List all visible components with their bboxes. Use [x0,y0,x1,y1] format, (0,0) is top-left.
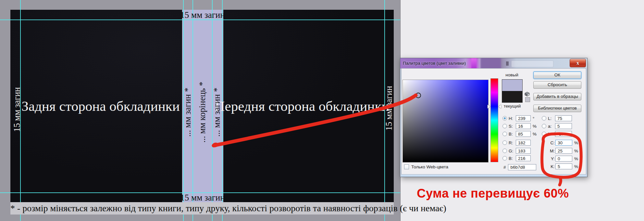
spine-fold-right-label: ... мм загин * [212,88,222,137]
color-field[interactable] [402,80,489,162]
top-fold-label: 15 мм загин [180,10,225,20]
close-icon: x [576,60,579,66]
back-cover-title: Задня сторона обкладинки [21,98,180,114]
color-picker-dialog: Палитра цветов (цвет заливки) x новый те… [400,58,588,177]
spine-width-label: ... мм корінець * [197,82,207,143]
add-to-swatches-button[interactable]: Добавить в образцы [533,93,581,100]
field-unit: % [574,149,578,153]
ghost-window-artifact [511,60,553,67]
radio-h[interactable] [502,116,507,121]
field-row-h: H: 239 ° [502,115,534,121]
s-field[interactable]: 16 [516,123,531,129]
glass-artifact [506,61,509,66]
lab-b-field[interactable]: -17 [555,131,572,137]
dialog-title: Палитра цветов (цвет заливки) [403,58,466,69]
radio-l[interactable] [542,116,546,121]
k-field[interactable]: 5 [555,163,572,169]
radio-r[interactable] [502,140,507,145]
g-field[interactable]: 183 [516,148,531,154]
new-current-swatch [502,79,523,103]
annotation-note: Сума не перевищує 60% [417,187,569,201]
field-label: L: [548,116,555,121]
radio-b2[interactable] [502,156,507,161]
hue-slider-arrow-left[interactable] [488,105,490,109]
field-unit: ° [533,116,534,121]
field-label: Y: [549,156,555,161]
web-only-row: Только Web-цвета [404,164,448,170]
glass-artifact [471,58,477,69]
field-label: H: [509,116,516,121]
field-label: S: [509,124,516,129]
field-unit: % [574,164,578,169]
document-workspace: 15 мм загин 15 мм загин 15 мм загин 15 м… [0,0,401,221]
field-unit: % [574,140,578,145]
new-color-label: новый [497,72,526,77]
field-label: G: [509,149,516,153]
field-row-g: G: 183 [502,148,531,154]
field-label: M: [549,149,555,153]
reset-button[interactable]: Сбросить [533,81,581,89]
current-color-swatch [502,91,522,102]
field-unit: % [533,132,537,136]
hex-row: # b6b7d8 [503,164,536,170]
field-row-l: L: 75 [542,115,572,121]
field-label: b: [548,132,555,136]
field-label: R: [509,140,516,145]
field-row-y: Y: 0 % [549,156,578,162]
hue-slider[interactable] [490,78,498,162]
spine-fold-left-label: ... мм загин * [183,88,193,137]
field-row-a: a: 5 [542,123,572,129]
field-label: B: [509,132,516,136]
web-only-checkbox[interactable] [404,164,409,169]
footnote-text: * - розмір міняється залежно від типу кн… [10,202,394,214]
field-unit: % [574,156,578,161]
radio-s[interactable] [502,124,507,128]
field-row-lab-b: b: -17 [542,131,572,137]
l-field[interactable]: 75 [555,115,572,121]
color-libraries-button[interactable]: Библиотеки цветов [533,105,581,112]
left-fold-label: 15 мм загин [12,87,22,132]
radio-a[interactable] [542,124,546,128]
m-field[interactable]: 25 [555,148,572,154]
new-color-swatch [502,80,522,91]
red-circle-tail [560,178,561,185]
footnote-bar: * - розмір міняється залежно від типу кн… [10,202,394,214]
radio-b[interactable] [502,132,507,136]
hex-prefix: # [503,165,506,170]
field-row-b2: B: 216 [502,155,531,161]
field-row-r: R: 182 [502,140,531,146]
dialog-bottom-glass [401,175,586,176]
r-field[interactable]: 182 [516,140,531,146]
field-label: B: [509,156,516,161]
screenshot-root: 15 мм загин 15 мм загин 15 мм загин 15 м… [0,0,644,221]
field-row-s: S: 16 % [502,123,537,129]
glass-artifact [481,58,501,69]
close-button[interactable]: x [570,59,586,67]
c-field[interactable]: 30 [555,140,572,146]
color-field-marker[interactable] [415,93,421,98]
radio-g[interactable] [502,149,507,153]
field-label: C: [549,140,555,145]
web-only-label: Только Web-цвета [411,164,448,169]
dialog-titlebar[interactable]: Палитра цветов (цвет заливки) x [400,58,587,69]
b-field[interactable]: 85 [516,131,531,137]
bottom-fold-label: 15 мм загин [180,193,225,203]
gamut-warning-cube-icon[interactable] [525,92,530,97]
hex-field[interactable]: b6b7d8 [508,164,536,170]
web-safe-color-swatch[interactable] [525,97,530,102]
current-color-label: текущий [498,104,527,109]
field-label: a: [548,124,555,129]
a-field[interactable]: 5 [555,123,572,129]
ok-button[interactable]: ОК [533,72,581,79]
front-cover-title: Передня сторона обкладинки [215,98,389,114]
h-field[interactable]: 239 [516,115,531,121]
field-row-b: B: 85 % [502,131,537,137]
y-field[interactable]: 0 [555,156,572,162]
field-row-c: C: 30 % [549,140,578,146]
field-row-m: M: 25 % [549,148,578,154]
radio-lab-b[interactable] [542,132,546,136]
field-label: K: [549,164,555,169]
field-unit: % [533,124,537,129]
b2-field[interactable]: 216 [516,155,531,161]
field-row-k: K: 5 % [549,163,578,169]
